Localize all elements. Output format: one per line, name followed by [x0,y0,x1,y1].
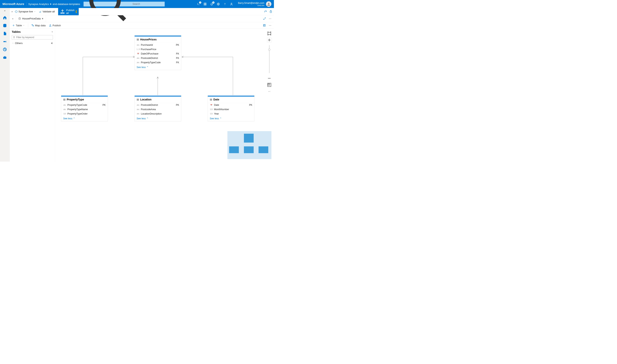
svg-point-8 [225,5,225,5]
tables-panel-collapse-icon[interactable]: « [52,30,53,33]
svg-rect-34 [64,99,65,100]
notifications-icon[interactable]: 3 [210,2,214,6]
minimap-toggle-button[interactable] [267,82,271,87]
tab-more-icon[interactable]: ⋯ [269,17,271,20]
expand-icon[interactable] [263,17,266,20]
cloud-shell-icon[interactable]: 1 [197,2,200,6]
zoom-slider[interactable] [269,45,270,73]
column-key: FK [176,57,179,59]
column-row[interactable]: 123PropertyTypeOrder [61,112,108,116]
avatar[interactable] [266,1,271,7]
svg-point-18 [19,17,20,18]
add-table-button[interactable]: Table [12,24,25,27]
see-less-link[interactable]: See less⌃ [135,65,181,70]
entity-columns: abcPostcodeDistrictPK abcPostcodeArea ab… [135,103,181,116]
publish-all-button[interactable]: Publish all 1 [58,8,79,15]
validate-all-button[interactable]: Validate all [39,10,55,13]
nav-monitor-icon[interactable] [2,47,7,52]
see-less-link[interactable]: See less⌃ [61,116,108,121]
help-icon[interactable] [223,2,227,6]
refresh-icon[interactable] [264,10,267,13]
user-tenant: ENDJIN [238,4,264,6]
type-icon: abc [137,104,140,106]
settings-icon[interactable] [217,2,220,6]
svg-rect-5 [204,4,205,5]
rail-collapse-icon[interactable]: » [4,9,6,12]
synapse-live-dropdown[interactable]: Synapse live [15,10,36,13]
column-row[interactable]: abcPostcodeDistrictFK [135,56,181,60]
tabbar-collapse-icon[interactable]: » [10,15,16,22]
see-less-link[interactable]: See less⌃ [135,116,181,121]
column-row[interactable]: 📅DateOfPurchaseFK [135,52,181,56]
see-less-link[interactable]: See less⌃ [208,116,254,121]
column-row[interactable]: abcLocationDescription [135,112,181,116]
user-account[interactable]: Barry.Smart@endjin.com ENDJIN [238,1,271,7]
synapse-live-icon [15,10,17,13]
validate-icon [39,10,41,13]
zoom-out-button[interactable] [267,76,271,81]
filter-box[interactable] [12,35,53,39]
delete-icon[interactable] [270,10,272,13]
entity-location[interactable]: Location abcPostcodeDistrictPK abcPostco… [135,96,181,121]
column-row[interactable]: abcPurchaseIdPK [135,43,181,47]
tables-panel: Tables « Others 4 [10,29,55,162]
tree-group-others[interactable]: Others 4 [12,41,53,45]
entity-title: HousePrices [140,38,157,41]
type-icon: abc [137,108,140,110]
nav-develop-icon[interactable] [2,31,7,36]
type-icon: 123 [63,113,66,115]
column-row[interactable]: abcPostcodeDistrictPK [135,103,181,107]
table-icon [210,99,212,101]
er-canvas[interactable]: HousePrices abcPurchaseIdPK 1.2fPurchase… [55,29,274,162]
column-row[interactable]: abcPropertyTypeCodePK [61,103,108,107]
column-row[interactable]: abcPropertyTypeName [61,107,108,112]
search-box[interactable] [83,1,165,6]
chevron-up-icon: ⌃ [147,66,148,69]
canvas-more-button[interactable]: ⋯ [267,89,271,94]
tree-group-label: Others [15,42,23,45]
entity-columns: abcPropertyTypeCodePK abcPropertyTypeNam… [61,103,108,116]
column-row[interactable]: abcPropertyTypeCodeFK [135,60,181,65]
column-row[interactable]: abcPostcodeArea [135,107,181,112]
properties-icon[interactable] [263,24,266,27]
azure-brand[interactable]: Microsoft Azure [2,2,26,6]
zoom-in-button[interactable] [267,38,271,42]
fit-to-screen-button[interactable] [267,31,271,36]
column-name: PostcodeDistrict [141,57,158,59]
feedback-icon[interactable] [230,2,233,6]
minimap[interactable] [227,131,271,159]
canvas-controls: ⋯ [267,31,271,94]
column-name: PropertyTypeCode [67,104,87,106]
column-key: FK [176,52,179,55]
entity-house-prices[interactable]: HousePrices abcPurchaseIdPK 1.2fPurchase… [135,36,181,70]
column-row[interactable]: 📅DatePK [208,103,254,107]
svg-point-9 [231,3,232,4]
breadcrumb-workspace[interactable]: end-database-templates [53,3,80,6]
breadcrumb-synapse[interactable]: Synapse Analytics [28,3,49,6]
filter-icon [13,36,15,38]
column-row[interactable]: 1.2fPurchasePrice [135,47,181,52]
entity-property-type[interactable]: PropertyType abcPropertyTypeCodePK abcPr… [61,96,108,121]
column-row[interactable]: 123MonthNumber [208,107,254,112]
column-name: Year [214,112,219,115]
search-input[interactable] [133,3,163,5]
zoom-slider-handle[interactable] [268,49,270,51]
toolbar-collapse-icon[interactable]: » [12,10,13,13]
type-icon: abc [137,57,140,59]
editor-more-icon[interactable]: ⋯ [269,24,271,27]
svg-rect-42 [210,99,212,100]
filter-input[interactable] [16,36,52,39]
chevron-down-icon [34,11,36,13]
nav-integrate-icon[interactable] [2,39,7,44]
nav-data-icon[interactable] [2,23,7,28]
svg-rect-13 [3,57,6,59]
nav-home-icon[interactable] [2,15,7,20]
tab-house-price-data[interactable]: HousePriceData [16,15,46,22]
map-data-button[interactable]: Map data [31,24,46,27]
directory-switcher-icon[interactable] [203,2,207,6]
nav-manage-icon[interactable] [2,55,7,60]
column-row[interactable]: 123Year [208,112,254,116]
entity-date[interactable]: Date 📅DatePK 123MonthNumber 123Year See … [208,96,254,121]
publish-button[interactable]: Publish [49,24,61,27]
svg-rect-6 [205,4,206,5]
